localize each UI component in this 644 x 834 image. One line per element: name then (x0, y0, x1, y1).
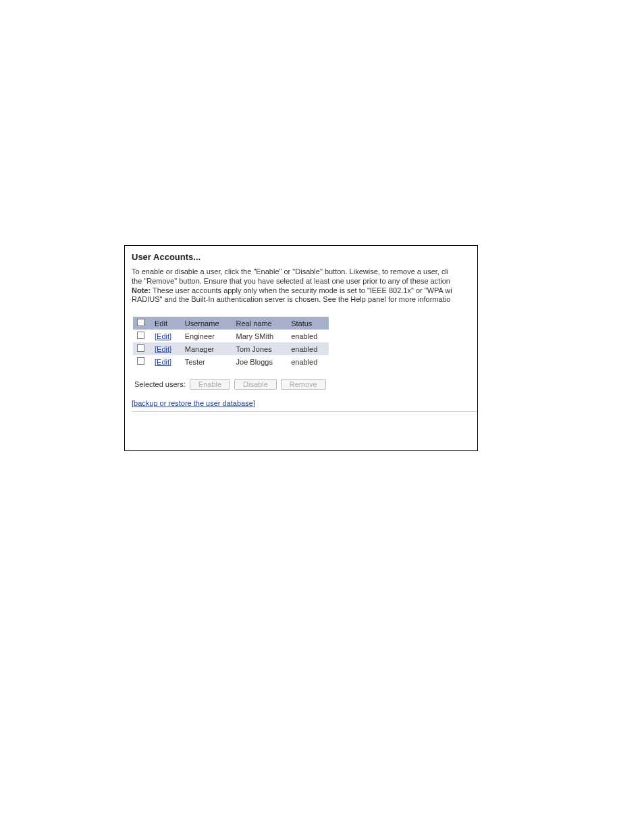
divider (132, 411, 478, 412)
table-header-row: Edit Username Real name Status (133, 317, 329, 330)
note-label: Note: (132, 286, 151, 294)
edit-link[interactable]: [Edit] (155, 332, 171, 340)
backup-restore-row: [backup or restore the user database] (132, 399, 471, 407)
cell-status: enabled (287, 330, 329, 342)
edit-link[interactable]: [Edit] (155, 358, 171, 366)
desc-line-2: the "Remove" button. Ensure that you hav… (132, 277, 450, 285)
selected-users-row: Selected users: Enable Disable Remove (134, 379, 471, 390)
row-checkbox[interactable] (137, 357, 144, 365)
desc-line-1: To enable or disable a user, click the "… (132, 267, 448, 276)
panel-title: User Accounts... (132, 252, 471, 262)
user-accounts-table: Edit Username Real name Status [Edit] En… (133, 317, 329, 368)
enable-button[interactable]: Enable (190, 379, 230, 390)
row-checkbox[interactable] (137, 332, 144, 339)
table-row: [Edit] Tester Joe Bloggs enabled (133, 355, 329, 368)
header-username: Username (181, 317, 232, 330)
cell-realname: Mary SMith (232, 330, 288, 342)
cell-username: Manager (181, 342, 232, 355)
bracket-close: ] (253, 399, 255, 407)
desc-line-3: These user accounts apply only when the … (151, 286, 452, 294)
backup-restore-link[interactable]: backup or restore the user database (134, 399, 253, 407)
header-status: Status (287, 317, 329, 330)
desc-line-4: RADIUS" and the Built-In authentication … (132, 295, 450, 303)
cell-username: Tester (181, 355, 232, 368)
table-row: [Edit] Manager Tom Jones enabled (133, 342, 329, 355)
cell-realname: Joe Bloggs (232, 355, 288, 368)
table-row: [Edit] Engineer Mary SMith enabled (133, 330, 329, 342)
header-realname: Real name (232, 317, 288, 330)
cell-status: enabled (287, 342, 329, 355)
header-checkbox-cell (133, 317, 151, 330)
edit-link[interactable]: [Edit] (155, 345, 171, 353)
selected-users-label: Selected users: (134, 380, 186, 388)
cell-status: enabled (287, 355, 329, 368)
cell-username: Engineer (181, 330, 232, 342)
row-checkbox[interactable] (137, 344, 144, 352)
remove-button[interactable]: Remove (281, 379, 326, 390)
select-all-checkbox[interactable] (137, 319, 144, 326)
disable-button[interactable]: Disable (234, 379, 277, 390)
panel-description: To enable or disable a user, click the "… (132, 267, 471, 305)
cell-realname: Tom Jones (232, 342, 288, 355)
header-edit: Edit (151, 317, 181, 330)
user-accounts-panel: User Accounts... To enable or disable a … (124, 245, 478, 451)
